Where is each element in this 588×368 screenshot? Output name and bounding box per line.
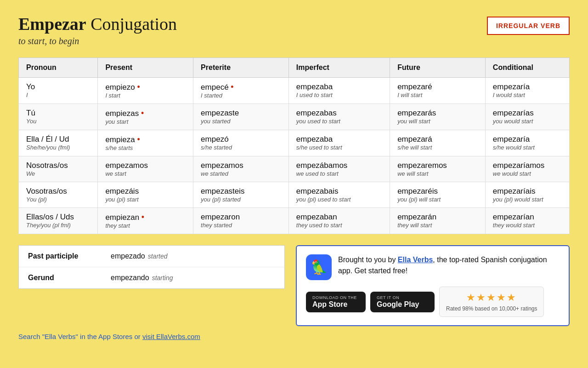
cell-imperfect: empezabas/he used to start <box>288 130 390 156</box>
cell-imperfect: empezabasyou used to start <box>288 104 390 130</box>
table-row: Ellas/os / UdsThey/you (pl fml)empiezan … <box>19 208 570 234</box>
promo-top: 🦜 Brought to you by Ella Verbs, the top-… <box>306 254 560 280</box>
cell-imperfect: empezabaI used to start <box>288 78 390 104</box>
rating-text: Rated 98% based on 10,000+ ratings <box>446 305 537 312</box>
cell-preterite: empezamoswe started <box>193 156 289 182</box>
cell-present: empiezas •you start <box>98 104 193 130</box>
cell-future: empezaránthey will start <box>390 208 486 234</box>
footer-text: Search "Ella Verbs" in the App Stores or <box>18 333 142 340</box>
ella-verbs-website-link[interactable]: visit EllaVerbs.com <box>142 333 200 340</box>
cell-preterite: empezós/he started <box>193 130 289 156</box>
past-participle-row: Past participle empezadostarted <box>19 246 284 267</box>
table-row: TúYouempiezas •you startempezasteyou sta… <box>19 104 570 130</box>
cell-conditional: empezaríaI would start <box>485 78 569 104</box>
table-row: YoIempiezo •I startempecé •I startedempe… <box>19 78 570 104</box>
cell-future: empezaréI will start <box>390 78 486 104</box>
title-rest: Conjugation <box>86 14 177 34</box>
col-imperfect: Imperfect <box>288 58 390 78</box>
past-participle-eng: started <box>148 253 168 260</box>
past-participle-word: empezado <box>111 252 145 260</box>
cell-pronoun: Ellas/os / UdsThey/you (pl fml) <box>19 208 98 234</box>
page-title: Empezar Conjugation <box>18 14 177 34</box>
cell-present: empezáisyou (pl) start <box>98 182 193 208</box>
gerund-label: Gerund <box>28 274 111 282</box>
store-buttons: Download on the App Store GET IT ON Goog… <box>306 287 560 317</box>
table-row: Ella / Él / UdShe/he/you (fml)empieza •s… <box>19 130 570 156</box>
verb-name: Empezar <box>18 14 86 34</box>
gerund-word: empezando <box>111 274 149 282</box>
app-store-small-text: Download on the <box>312 295 357 300</box>
cell-future: empezaréisyou (pl) will start <box>390 182 486 208</box>
cell-pronoun: Nosotras/osWe <box>19 156 98 182</box>
col-present: Present <box>98 58 193 78</box>
ella-verbs-link[interactable]: Ella Verbs <box>398 256 433 264</box>
app-store-big-text: App Store <box>312 300 347 309</box>
svg-text:🦜: 🦜 <box>311 259 328 276</box>
promo-box: 🦜 Brought to you by Ella Verbs, the top-… <box>296 245 570 326</box>
gerund-value: empezandostarting <box>111 274 173 282</box>
app-store-button[interactable]: Download on the App Store <box>306 292 366 312</box>
page-header: Empezar Conjugation to start, to begin I… <box>18 14 570 46</box>
rating-box: ★★★★★ Rated 98% based on 10,000+ ratings <box>439 287 544 317</box>
gerund-eng: starting <box>152 274 173 282</box>
past-participle-value: empezadostarted <box>111 252 168 260</box>
cell-future: empezarás/he will start <box>390 130 486 156</box>
cell-conditional: empezaríamoswe would start <box>485 156 569 182</box>
cell-conditional: empezaríanthey would start <box>485 208 569 234</box>
promo-text-part1: Brought to you by <box>338 256 398 264</box>
cell-conditional: empezarías/he would start <box>485 130 569 156</box>
cell-present: empezamoswe start <box>98 156 193 182</box>
promo-icon: 🦜 <box>306 254 332 280</box>
cell-conditional: empezaríasyou would start <box>485 104 569 130</box>
verb-translation: to start, to begin <box>18 36 177 46</box>
conjugation-table: Pronoun Present Preterite Imperfect Futu… <box>18 58 570 234</box>
col-preterite: Preterite <box>193 58 289 78</box>
cell-present: empiezan •they start <box>98 208 193 234</box>
cell-pronoun: TúYou <box>19 104 98 130</box>
rating-stars: ★★★★★ <box>466 292 517 304</box>
cell-present: empiezo •I start <box>98 78 193 104</box>
google-play-big-text: Google Play <box>377 300 419 309</box>
cell-imperfect: empezabanthey used to start <box>288 208 390 234</box>
past-participle-label: Past participle <box>28 252 111 260</box>
footer-search-text: Search "Ella Verbs" in the App Stores or… <box>18 333 570 340</box>
cell-preterite: empezasteisyou (pl) started <box>193 182 289 208</box>
participle-table: Past participle empezadostarted Gerund e… <box>18 245 285 289</box>
google-play-small-text: GET IT ON <box>377 295 399 300</box>
cell-future: empezarásyou will start <box>390 104 486 130</box>
gerund-row: Gerund empezandostarting <box>19 267 284 288</box>
cell-future: empezaremoswe will start <box>390 156 486 182</box>
title-block: Empezar Conjugation to start, to begin <box>18 14 177 46</box>
bottom-section: Past participle empezadostarted Gerund e… <box>18 245 570 326</box>
col-conditional: Conditional <box>485 58 569 78</box>
cell-imperfect: empezabaisyou (pl) used to start <box>288 182 390 208</box>
cell-pronoun: Ella / Él / UdShe/he/you (fml) <box>19 130 98 156</box>
cell-conditional: empezaríaisyou (pl) would start <box>485 182 569 208</box>
cell-preterite: empezaronthey started <box>193 208 289 234</box>
cell-preterite: empecé •I started <box>193 78 289 104</box>
cell-pronoun: Vosotras/osYou (pl) <box>19 182 98 208</box>
col-future: Future <box>390 58 486 78</box>
promo-text: Brought to you by Ella Verbs, the top-ra… <box>338 254 560 276</box>
cell-pronoun: YoI <box>19 78 98 104</box>
table-header-row: Pronoun Present Preterite Imperfect Futu… <box>19 58 570 78</box>
table-row: Vosotras/osYou (pl)empezáisyou (pl) star… <box>19 182 570 208</box>
irregular-verb-badge: IRREGULAR VERB <box>487 17 570 35</box>
col-pronoun: Pronoun <box>19 58 98 78</box>
google-play-button[interactable]: GET IT ON Google Play <box>370 292 435 312</box>
cell-preterite: empezasteyou started <box>193 104 289 130</box>
cell-imperfect: empezábamoswe used to start <box>288 156 390 182</box>
table-row: Nosotras/osWeempezamoswe startempezamosw… <box>19 156 570 182</box>
cell-present: empieza •s/he starts <box>98 130 193 156</box>
